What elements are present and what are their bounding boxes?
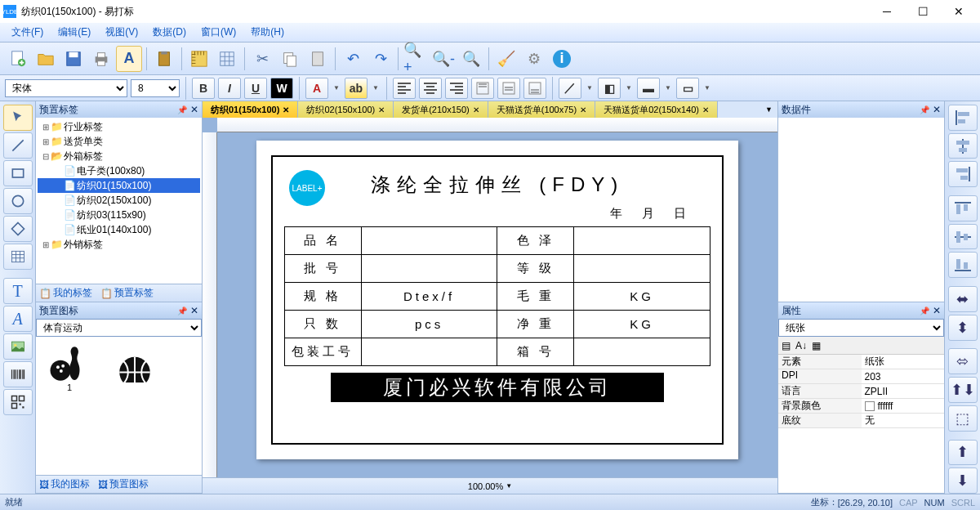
valign-middle-button[interactable] <box>497 78 520 99</box>
prop-pages-icon[interactable]: ▦ <box>812 340 821 351</box>
arttext-tool[interactable]: A <box>3 306 33 332</box>
diamond-tool[interactable] <box>3 216 33 242</box>
label-title[interactable]: 涤纶全拉伸丝 (FDY) <box>284 172 710 198</box>
tree-item-selected[interactable]: 📄纺织01(150x100) <box>38 178 200 193</box>
canvas-area[interactable]: LABEL+ 涤纶全拉伸丝 (FDY) 年 月 日 品 名色 泽 批 号等 级 … <box>217 132 777 477</box>
line-tool[interactable] <box>3 132 33 159</box>
same-height[interactable]: ⬆⬇ <box>948 377 978 403</box>
circle-tool[interactable] <box>3 188 33 214</box>
dropdown-icon[interactable]: ▼ <box>702 84 712 92</box>
menu-help[interactable]: 帮助(H) <box>244 24 291 41</box>
align-right-edges[interactable] <box>948 161 978 187</box>
property-object-combo[interactable]: 纸张 <box>778 319 944 337</box>
tab-3[interactable]: 发货单(210x150)✕ <box>394 101 488 118</box>
menu-view[interactable]: 视图(V) <box>99 24 145 41</box>
icon-category-combo[interactable]: 体育运动 <box>36 319 202 337</box>
color-swatch[interactable] <box>865 401 875 411</box>
pin-icon[interactable]: 📌 <box>177 306 187 315</box>
align-top-edges[interactable] <box>948 195 978 221</box>
dropdown-icon[interactable]: ▼ <box>506 482 512 490</box>
data-list[interactable] <box>778 118 944 302</box>
undo-button[interactable]: ↶ <box>340 46 366 72</box>
prop-categorized-icon[interactable]: ▤ <box>782 340 791 351</box>
pin-icon[interactable]: 📌 <box>177 105 187 114</box>
close-panel-icon[interactable]: ✕ <box>190 305 198 316</box>
highlight-button[interactable]: ab <box>345 78 368 99</box>
rect-tool[interactable] <box>3 160 33 186</box>
font-size-combo[interactable]: 8 <box>131 79 180 97</box>
label-table[interactable]: 品 名色 泽 批 号等 级 规 格Dtex/f毛 重KG 只 数pcs净 重KG… <box>284 226 710 366</box>
table-tool[interactable] <box>3 244 33 270</box>
dropdown-icon[interactable]: ▼ <box>585 84 595 92</box>
zoom-fit-button[interactable]: 🔍 <box>458 46 484 72</box>
close-panel-icon[interactable]: ✕ <box>933 305 941 316</box>
same-width[interactable]: ⬄ <box>948 348 978 374</box>
zoom-in-button[interactable]: 🔍+ <box>403 46 429 72</box>
close-panel-icon[interactable]: ✕ <box>190 104 198 115</box>
preset-labels-tab[interactable]: 📋预置标签 <box>100 286 154 300</box>
text-tool[interactable]: T <box>3 278 33 304</box>
same-size[interactable]: ⬚ <box>948 405 978 432</box>
tab-1[interactable]: 纺织01(150x100)✕ <box>203 101 298 118</box>
tabs-dropdown-icon[interactable]: ▼ <box>765 105 773 114</box>
distribute-v[interactable]: ⬍ <box>948 315 978 341</box>
qrcode-tool[interactable] <box>3 389 33 415</box>
tab-4[interactable]: 天猫送货单(100x75)✕ <box>488 101 595 118</box>
my-labels-tab[interactable]: 📋我的标签 <box>39 286 92 300</box>
menu-window[interactable]: 窗口(W) <box>194 24 243 41</box>
dropdown-icon[interactable]: ▼ <box>332 84 341 92</box>
icon-bowling[interactable]: 1 <box>41 342 98 392</box>
select-text-button[interactable]: A <box>116 46 142 72</box>
bold-button[interactable]: B <box>192 78 215 99</box>
clear-button[interactable]: 🧹 <box>493 46 519 72</box>
eraser-button[interactable]: ◧ <box>598 78 621 99</box>
align-left-edges[interactable] <box>948 105 978 131</box>
zoom-level[interactable]: 100.00% <box>468 481 503 491</box>
redo-button[interactable]: ↷ <box>368 46 394 72</box>
minimize-button[interactable]: ─ <box>869 0 905 23</box>
font-family-combo[interactable]: 宋体 <box>5 79 127 97</box>
close-panel-icon[interactable]: ✕ <box>933 104 941 115</box>
pin-icon[interactable]: 📌 <box>920 105 929 114</box>
underline-button[interactable]: U <box>244 78 267 99</box>
info-button[interactable]: i <box>549 46 575 72</box>
label-paper[interactable]: LABEL+ 涤纶全拉伸丝 (FDY) 年 月 日 品 名色 泽 批 号等 级 … <box>256 141 738 459</box>
settings-button[interactable]: ⚙ <box>521 46 547 72</box>
print-button[interactable] <box>88 46 114 72</box>
close-button[interactable]: ✕ <box>941 0 977 23</box>
save-button[interactable] <box>60 46 87 72</box>
zoom-out-button[interactable]: 🔍- <box>430 46 457 72</box>
align-h-center[interactable] <box>948 133 978 159</box>
tab-5[interactable]: 天猫送货单02(150x140)✕ <box>595 101 718 118</box>
my-icons-tab[interactable]: 🖼我的图标 <box>39 477 90 491</box>
align-right-button[interactable] <box>445 78 468 99</box>
align-left-button[interactable] <box>393 78 416 99</box>
dropdown-icon[interactable]: ▼ <box>624 84 634 92</box>
label-logo[interactable]: LABEL+ <box>289 170 325 206</box>
align-v-center[interactable] <box>948 224 978 250</box>
tab-2[interactable]: 纺织02(150x100)✕ <box>298 101 394 118</box>
prop-sort-icon[interactable]: A↓ <box>795 340 807 351</box>
grid-button[interactable] <box>214 46 240 72</box>
label-company[interactable]: 厦门必兴软件有限公司 <box>331 373 663 402</box>
new-button[interactable] <box>5 46 31 72</box>
pointer-tool[interactable] <box>3 105 33 131</box>
preset-icons-tab[interactable]: 🖼预置图标 <box>98 477 149 491</box>
send-back[interactable]: ⬇ <box>948 468 978 494</box>
property-grid[interactable]: 元素纸张 DPI203 语言ZPLII 背景颜色ffffff 底纹无 <box>778 355 944 493</box>
valign-top-button[interactable] <box>471 78 494 99</box>
paste-button[interactable] <box>151 46 177 72</box>
distribute-h[interactable]: ⬌ <box>948 286 978 312</box>
bring-front[interactable]: ⬆ <box>948 440 978 466</box>
open-button[interactable] <box>33 46 59 72</box>
line-style-button[interactable]: ／ <box>559 78 581 99</box>
dropdown-icon[interactable]: ▼ <box>371 84 381 92</box>
pin-icon[interactable]: 📌 <box>920 306 929 315</box>
valign-bottom-button[interactable] <box>523 78 546 99</box>
align-center-button[interactable] <box>419 78 442 99</box>
maximize-button[interactable]: ☐ <box>905 0 941 23</box>
menu-edit[interactable]: 编辑(E) <box>51 24 97 41</box>
paste2-button[interactable] <box>305 46 331 72</box>
close-icon[interactable]: ✕ <box>283 105 289 114</box>
fill-color-button[interactable]: ▭ <box>676 78 699 99</box>
